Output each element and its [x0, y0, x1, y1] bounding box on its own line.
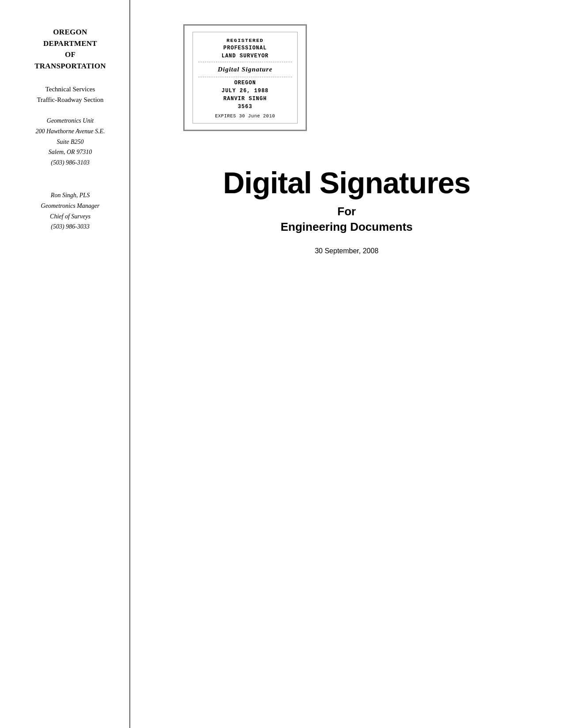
stamp-state: OREGON [198, 79, 292, 87]
address-suite: Suite B250 [35, 137, 105, 147]
left-column: OREGON DEPARTMENT OF TRANSPORTATION Tech… [0, 0, 130, 728]
address-phone: (503) 986-3103 [35, 158, 105, 168]
stamp-land-surveyor: LAND SURVEYOR [198, 52, 292, 60]
dept-section: Technical Services Traffic-Roadway Secti… [37, 84, 103, 105]
date-text: 30 September, 2008 [223, 247, 470, 255]
address-section: Geometronics Unit 200 Hawthorne Avenue S… [35, 116, 105, 168]
dept-line2: Traffic-Roadway Section [37, 94, 103, 105]
subtitle-for: For [223, 205, 470, 218]
subtitle-docs: Engineering Documents [223, 220, 470, 234]
address-street: 200 Hawthorne Avenue S.E. [35, 126, 105, 137]
stamp-signature: Digital Signature [198, 66, 292, 73]
right-column: REGISTERED PROFESSIONAL LAND SURVEYOR Di… [130, 0, 563, 728]
stamp-date: JULY 26, 1988 [198, 87, 292, 95]
org-line1: OREGON [34, 26, 106, 38]
contact-name: Ron Singh, PLS [41, 190, 100, 201]
address-city: Salem, OR 97310 [35, 147, 105, 158]
dept-line1: Technical Services [37, 84, 103, 94]
stamp-box: REGISTERED PROFESSIONAL LAND SURVEYOR Di… [183, 24, 307, 131]
contact-section: Ron Singh, PLS Geometronics Manager Chie… [41, 190, 100, 232]
contact-phone: (503) 986-3033 [41, 221, 100, 232]
contact-title2: Chief of Surveys [41, 211, 100, 222]
stamp-number: 3563 [198, 103, 292, 111]
main-title: Digital Signatures [223, 166, 470, 199]
stamp-inner: REGISTERED PROFESSIONAL LAND SURVEYOR Di… [193, 32, 298, 124]
stamp-divider2 [198, 77, 292, 77]
title-section: Digital Signatures For Engineering Docum… [223, 166, 470, 255]
address-unit: Geometronics Unit [35, 116, 105, 126]
stamp-registered: REGISTERED [198, 37, 292, 44]
org-name: OREGON DEPARTMENT OF TRANSPORTATION [34, 26, 106, 71]
org-line2: DEPARTMENT [34, 38, 106, 49]
stamp-professional: PROFESSIONAL [198, 44, 292, 52]
page-container: OREGON DEPARTMENT OF TRANSPORTATION Tech… [0, 0, 563, 728]
org-line3: OF [34, 49, 106, 60]
org-line4: TRANSPORTATION [34, 60, 106, 72]
stamp-divider1 [198, 62, 292, 62]
stamp-name: RANVIR SINGH [198, 95, 292, 103]
stamp-expires: EXPIRES 30 June 2010 [198, 113, 292, 119]
contact-title1: Geometronics Manager [41, 201, 100, 211]
